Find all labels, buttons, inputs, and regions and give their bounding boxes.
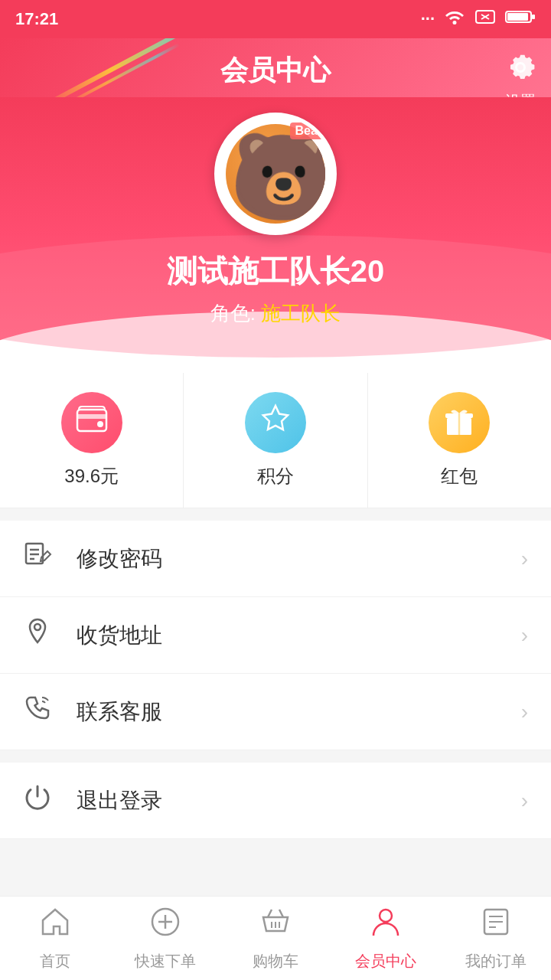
role-prefix: 角色: bbox=[210, 302, 256, 325]
role-value: 施工队长 bbox=[261, 302, 341, 325]
wallet-value: 39.6元 bbox=[64, 464, 119, 488]
change-password-label: 修改密码 bbox=[77, 544, 521, 573]
signal-icon: ··· bbox=[421, 9, 435, 29]
svg-rect-5 bbox=[532, 15, 535, 19]
power-icon bbox=[23, 782, 61, 818]
logout-arrow: › bbox=[521, 789, 528, 813]
person-icon bbox=[369, 905, 403, 946]
svg-point-24 bbox=[380, 910, 392, 922]
menu-item-change-password[interactable]: 修改密码 › bbox=[0, 521, 551, 597]
avatar-label: Bear bbox=[290, 122, 327, 139]
location-icon bbox=[23, 617, 61, 653]
nav-label-quickorder: 快速下单 bbox=[135, 951, 196, 972]
svg-point-8 bbox=[97, 421, 103, 427]
menu-item-customer-service[interactable]: 联系客服 › bbox=[0, 674, 551, 750]
wifi-icon bbox=[444, 8, 465, 30]
stat-wallet[interactable]: 39.6元 bbox=[0, 373, 184, 508]
svg-point-17 bbox=[34, 624, 41, 630]
role-line: 角色: 施工队长 bbox=[210, 300, 341, 327]
address-arrow: › bbox=[521, 623, 528, 648]
avatar: 🐻 Bear bbox=[214, 113, 337, 235]
svg-rect-4 bbox=[507, 13, 528, 21]
nav-item-member[interactable]: 会员中心 bbox=[331, 897, 441, 980]
points-label: 积分 bbox=[257, 464, 294, 488]
wallet-icon-circle bbox=[61, 392, 122, 453]
gear-icon bbox=[505, 52, 536, 90]
menu-item-address[interactable]: 收货地址 › bbox=[0, 597, 551, 674]
stat-points[interactable]: 积分 bbox=[184, 373, 367, 508]
logout-section: 退出登录 › bbox=[0, 763, 551, 839]
stats-bar: 39.6元 积分 bbox=[0, 373, 551, 508]
plus-circle-icon bbox=[148, 905, 182, 946]
star-icon-circle bbox=[245, 392, 306, 453]
nav-label-orders: 我的订单 bbox=[465, 951, 527, 972]
header: 会员中心 设置 🐻 Bear 测试施工队长20 bbox=[0, 38, 551, 373]
menu-item-logout[interactable]: 退出登录 › bbox=[0, 763, 551, 839]
star-icon bbox=[259, 403, 292, 443]
home-icon bbox=[38, 905, 72, 946]
bottom-nav: 首页 快速下单 购物车 bbox=[0, 896, 551, 980]
change-password-arrow: › bbox=[521, 547, 528, 571]
nav-item-cart[interactable]: 购物车 bbox=[220, 897, 331, 980]
gift-icon bbox=[443, 403, 475, 443]
status-icons: ··· bbox=[421, 8, 536, 30]
svg-rect-7 bbox=[77, 414, 106, 419]
profile-section: 🐻 Bear 测试施工队长20 角色: 施工队长 bbox=[0, 97, 551, 373]
basket-icon bbox=[259, 905, 292, 946]
list-icon bbox=[479, 905, 513, 946]
customer-service-arrow: › bbox=[521, 700, 528, 724]
nav-label-cart: 购物车 bbox=[253, 951, 298, 972]
nav-item-home[interactable]: 首页 bbox=[0, 897, 110, 980]
phone-icon bbox=[23, 694, 61, 730]
menu-list: 修改密码 › 收货地址 › 联系客服 › bbox=[0, 521, 551, 750]
wallet-icon bbox=[76, 405, 108, 441]
redenvelope-label: 红包 bbox=[441, 464, 478, 488]
nav-item-orders[interactable]: 我的订单 bbox=[441, 897, 551, 980]
status-time: 17:21 bbox=[15, 9, 58, 29]
svg-rect-6 bbox=[77, 410, 106, 431]
edit-icon bbox=[23, 541, 61, 577]
x-box-icon bbox=[474, 8, 496, 30]
address-label: 收货地址 bbox=[77, 621, 521, 650]
nav-item-quickorder[interactable]: 快速下单 bbox=[110, 897, 220, 980]
gift-icon-circle bbox=[429, 392, 490, 453]
username: 测试施工队长20 bbox=[167, 250, 385, 292]
customer-service-label: 联系客服 bbox=[77, 697, 521, 727]
nav-label-member: 会员中心 bbox=[355, 951, 416, 972]
battery-icon bbox=[505, 9, 536, 29]
stat-redenvelope[interactable]: 红包 bbox=[368, 373, 551, 508]
page-title: 会员中心 bbox=[220, 52, 331, 90]
status-bar: 17:21 ··· bbox=[0, 0, 551, 38]
logout-label: 退出登录 bbox=[77, 786, 521, 815]
nav-label-home: 首页 bbox=[40, 951, 70, 972]
